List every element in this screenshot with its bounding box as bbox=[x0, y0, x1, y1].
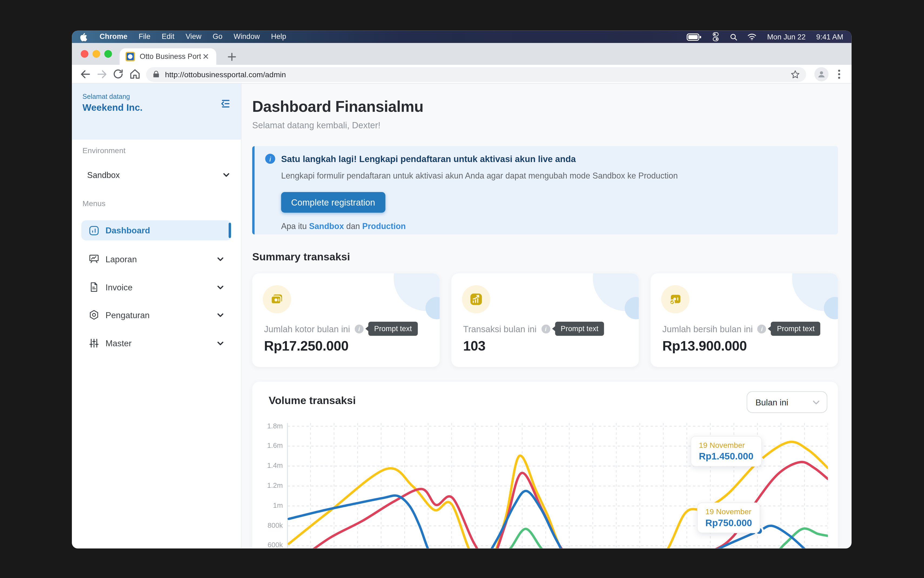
url-text[interactable]: http://ottobusinessportal.com/admin bbox=[165, 70, 790, 79]
settings-nut-icon bbox=[88, 309, 99, 320]
sidebar-item-pengaturan[interactable]: Pengaturan bbox=[81, 301, 232, 329]
menu-item-help[interactable]: Help bbox=[271, 31, 286, 43]
back-icon[interactable] bbox=[80, 68, 91, 80]
chart-title: Volume transaksi bbox=[269, 395, 356, 407]
info-icon[interactable]: i bbox=[541, 325, 550, 333]
page-subtitle: Selamat datang kembali, Dexter! bbox=[252, 120, 381, 130]
sidebar-item-label: Pengaturan bbox=[106, 310, 216, 320]
summary-card-transactions: Transaksi bulan ini i Prompt text 103 bbox=[451, 273, 639, 367]
menu-item-go[interactable]: Go bbox=[213, 31, 222, 43]
card-label: Jumlah kotor bulan ini bbox=[264, 324, 350, 334]
chevron-down-icon bbox=[222, 171, 231, 179]
chevron-down-icon bbox=[216, 311, 224, 319]
banner-links: Apa itu Sandbox dan Production bbox=[281, 221, 406, 231]
display-toggles-icon[interactable] bbox=[711, 32, 720, 42]
chevron-down-icon bbox=[216, 255, 224, 263]
summary-heading: Summary transaksi bbox=[252, 251, 350, 263]
window-minimize-button[interactable] bbox=[93, 50, 100, 57]
sandbox-link[interactable]: Sandbox bbox=[309, 221, 344, 231]
new-tab-button[interactable] bbox=[226, 51, 237, 63]
tooltip-date: 19 November bbox=[705, 507, 752, 516]
desktop: Chrome File Edit View Go Window Help bbox=[0, 0, 924, 578]
report-board-icon bbox=[88, 253, 99, 265]
reload-icon[interactable] bbox=[113, 68, 125, 80]
info-icon[interactable]: i bbox=[355, 325, 364, 333]
info-icon[interactable]: i bbox=[758, 325, 766, 333]
volume-chart-card: Volume transaksi Bulan ini 1.8m1.6m1.4m1… bbox=[252, 382, 838, 548]
environment-value: Sandbox bbox=[87, 170, 222, 180]
sidebar-item-dashboard[interactable]: Dashboard bbox=[81, 221, 232, 240]
wallet-check-icon bbox=[661, 285, 690, 313]
sidebar-item-label: Laporan bbox=[106, 254, 216, 264]
sidebar-collapse-icon[interactable] bbox=[220, 98, 232, 110]
y-axis-label: 1m bbox=[257, 501, 283, 510]
sidebar-item-laporan[interactable]: Laporan bbox=[81, 245, 232, 273]
menu-item-edit[interactable]: Edit bbox=[162, 31, 174, 43]
browser-toolbar: http://ottobusinessportal.com/admin bbox=[72, 65, 852, 84]
active-indicator bbox=[229, 222, 231, 238]
chevron-down-icon bbox=[216, 283, 224, 291]
menu-item-file[interactable]: File bbox=[139, 31, 151, 43]
battery-icon[interactable] bbox=[687, 32, 702, 41]
tooltip-amount: Rp750.000 bbox=[705, 518, 752, 528]
summary-card-net: Jumlah bersih bulan ini i Prompt text Rp… bbox=[651, 273, 838, 367]
banner-body: Lengkapi formulir pendaftaran untuk akti… bbox=[281, 171, 677, 180]
summary-card-gross: Jumlah kotor bulan ini i Prompt text Rp1… bbox=[252, 273, 440, 367]
card-label: Jumlah bersih bulan ini bbox=[663, 324, 753, 334]
chart-growth-icon bbox=[462, 285, 490, 313]
main-content: Dashboard Finansialmu Selamat datang kem… bbox=[242, 84, 851, 549]
banner-accent-bar bbox=[252, 146, 255, 234]
lock-icon[interactable] bbox=[152, 70, 161, 79]
chevron-down-icon bbox=[216, 339, 224, 347]
mac-screen: Chrome File Edit View Go Window Help bbox=[72, 31, 852, 548]
macos-menu-bar: Chrome File Edit View Go Window Help bbox=[72, 31, 852, 43]
chart-tooltip: 19 November Rp750.000 bbox=[697, 502, 760, 533]
status-time[interactable]: 9:41 AM bbox=[816, 32, 843, 41]
sidebar-item-invoice[interactable]: Invoice bbox=[81, 273, 232, 301]
prompt-tooltip: Prompt text bbox=[555, 321, 604, 336]
sidebar-item-master[interactable]: Master bbox=[81, 329, 232, 357]
home-icon[interactable] bbox=[129, 68, 141, 80]
bookmark-star-icon[interactable] bbox=[790, 69, 800, 79]
banner-title: Satu langkah lagi! Lengkapi pendaftaran … bbox=[281, 154, 576, 164]
forward-icon[interactable] bbox=[96, 68, 108, 80]
tab-close-icon[interactable]: ✕ bbox=[201, 52, 210, 61]
spotlight-search-icon[interactable] bbox=[729, 32, 738, 41]
window-zoom-button[interactable] bbox=[104, 50, 112, 57]
browser-tab[interactable]: Otto Business Portal ✕ bbox=[120, 48, 216, 65]
browser-tab-strip: Otto Business Portal ✕ bbox=[72, 43, 852, 65]
links-middle: dan bbox=[346, 221, 360, 231]
window-close-button[interactable] bbox=[81, 50, 88, 57]
sidebar-item-label: Invoice bbox=[106, 283, 216, 292]
address-bar[interactable]: http://ottobusinessportal.com/admin bbox=[146, 67, 806, 82]
y-axis-label: 1.8m bbox=[257, 422, 283, 430]
sidebar-item-label: Master bbox=[106, 338, 216, 348]
environment-select[interactable]: Sandbox bbox=[83, 165, 230, 185]
profile-icon[interactable] bbox=[814, 67, 828, 81]
environment-label: Environment bbox=[83, 146, 125, 155]
card-value: 103 bbox=[463, 338, 485, 354]
tab-title: Otto Business Portal bbox=[140, 52, 201, 61]
tooltip-date: 19 November bbox=[699, 440, 753, 450]
period-dropdown[interactable]: Bulan ini bbox=[747, 391, 827, 413]
browser-menu-icon[interactable] bbox=[834, 68, 845, 81]
welcome-label: Selamat datang bbox=[83, 93, 130, 100]
invoice-document-icon bbox=[88, 282, 99, 293]
chevron-down-icon bbox=[811, 397, 821, 407]
menu-item-chrome[interactable]: Chrome bbox=[100, 31, 128, 43]
prompt-tooltip: Prompt text bbox=[771, 321, 820, 336]
status-date[interactable]: Mon Jun 22 bbox=[767, 32, 805, 41]
tooltip-amount: Rp1.450.000 bbox=[699, 451, 753, 462]
registration-banner: i Satu langkah lagi! Lengkapi pendaftara… bbox=[252, 146, 838, 234]
sidebar: Selamat datang Weekend Inc. Environment … bbox=[72, 84, 242, 549]
wifi-icon[interactable] bbox=[747, 33, 757, 41]
menu-item-window[interactable]: Window bbox=[234, 31, 260, 43]
production-link[interactable]: Production bbox=[362, 221, 406, 231]
dashboard-icon bbox=[88, 225, 99, 236]
menu-item-view[interactable]: View bbox=[186, 31, 201, 43]
complete-registration-button[interactable]: Complete registration bbox=[281, 192, 385, 213]
site-favicon bbox=[126, 52, 135, 61]
apple-icon[interactable] bbox=[80, 32, 89, 42]
page-title: Dashboard Finansialmu bbox=[252, 98, 424, 116]
chart-tooltip: 19 November Rp1.450.000 bbox=[690, 436, 762, 466]
